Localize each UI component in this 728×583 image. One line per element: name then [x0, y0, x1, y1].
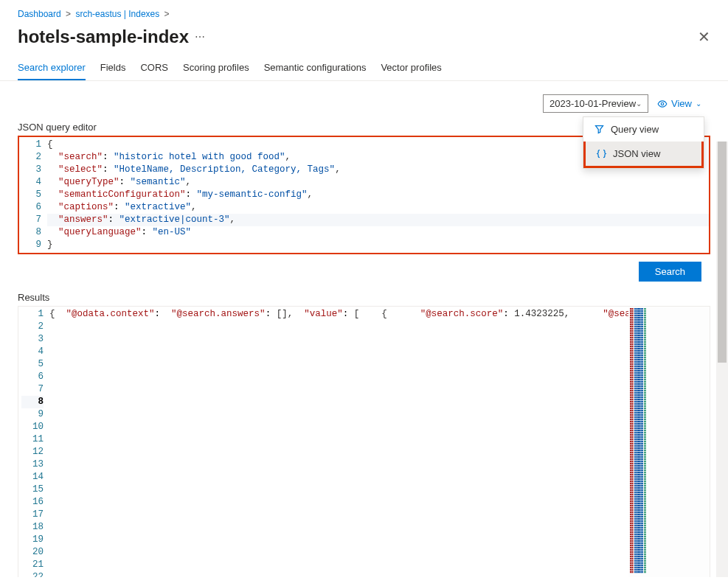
view-toggle[interactable]: View ⌄: [657, 98, 701, 109]
eye-icon: [657, 99, 668, 109]
chevron-down-icon: ⌄: [636, 100, 642, 108]
tab-bar: Search explorer Fields CORS Scoring prof…: [0, 55, 728, 81]
content-area: 2023-10-01-Preview ⌄ View ⌄ Query view J…: [0, 81, 728, 577]
view-toggle-label: View: [671, 98, 692, 109]
tab-vector-profiles[interactable]: Vector profiles: [381, 55, 441, 80]
search-button[interactable]: Search: [639, 262, 701, 282]
chevron-down-icon: ⌄: [696, 100, 701, 108]
minimap[interactable]: ████ ██████████ ██████ ██████████ ██████…: [628, 307, 710, 577]
view-menu-item-label: Query view: [611, 124, 659, 135]
title-row: hotels-sample-index ⋯ ✕: [0, 24, 728, 55]
view-menu: Query view JSON view: [583, 116, 704, 169]
filter-icon: [594, 124, 605, 135]
page-title: hotels-sample-index: [18, 27, 189, 47]
svg-point-0: [661, 102, 664, 105]
view-menu-json-view[interactable]: JSON view: [586, 142, 701, 166]
breadcrumb: Dashboard > srch-eastus | Indexes >: [0, 0, 728, 24]
chevron-right-icon: >: [164, 9, 170, 19]
query-gutter: 123456789: [19, 137, 47, 253]
braces-icon: [596, 148, 607, 159]
tab-search-explorer[interactable]: Search explorer: [18, 55, 86, 80]
results-label: Results: [18, 292, 710, 303]
breadcrumb-link-dashboard[interactable]: Dashboard: [18, 9, 61, 19]
tab-fields[interactable]: Fields: [100, 55, 126, 80]
results-body[interactable]: { "@odata.context": "@search.answers": […: [49, 307, 628, 577]
results-gutter: 12345678910111213141516171819202122: [18, 307, 49, 577]
api-version-value: 2023-10-01-Preview: [550, 98, 636, 109]
results-wrap: 12345678910111213141516171819202122 { "@…: [18, 306, 710, 577]
tab-cors[interactable]: CORS: [140, 55, 168, 80]
breadcrumb-link-indexes[interactable]: srch-eastus | Indexes: [75, 9, 159, 19]
tab-semantic-configurations[interactable]: Semantic configurations: [264, 55, 367, 80]
toolbar: 2023-10-01-Preview ⌄ View ⌄ Query view J…: [18, 81, 710, 122]
results-editor[interactable]: 12345678910111213141516171819202122 { "@…: [18, 306, 710, 577]
scrollbar-thumb[interactable]: [718, 142, 727, 363]
more-menu-icon[interactable]: ⋯: [195, 31, 207, 43]
view-menu-query-view[interactable]: Query view: [583, 117, 704, 142]
chevron-right-icon: >: [66, 9, 71, 19]
search-row: Search: [18, 259, 710, 292]
api-version-select[interactable]: 2023-10-01-Preview ⌄: [543, 94, 648, 113]
tab-scoring-profiles[interactable]: Scoring profiles: [183, 55, 249, 80]
view-menu-item-label: JSON view: [613, 148, 660, 159]
close-icon[interactable]: ✕: [698, 28, 710, 46]
scrollbar-track[interactable]: [716, 142, 728, 577]
